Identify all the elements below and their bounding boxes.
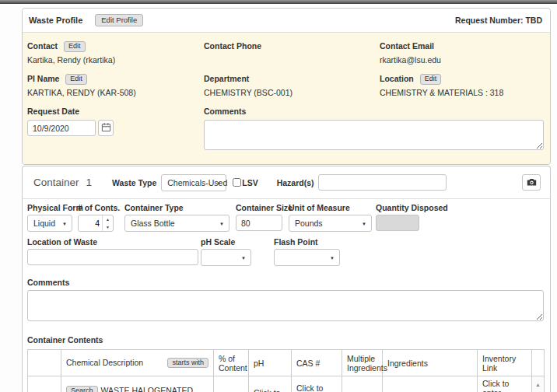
pi-name-label: PI Name Edit (27, 73, 204, 85)
unit-of-measure-select[interactable]: Pounds ▼ (289, 215, 372, 232)
starts-with-button[interactable]: starts with (167, 358, 208, 369)
calendar-icon (101, 122, 111, 135)
ph-scale-select[interactable]: ▼ (201, 249, 251, 266)
request-date-label: Request Date (27, 106, 204, 117)
num-conts-stepper: ▲ ▼ (78, 215, 114, 232)
search-button[interactable]: Search (66, 386, 98, 392)
col-header-ph: pH (249, 350, 292, 376)
cas-cell[interactable]: Click to enter CAS # (292, 376, 342, 392)
contact-phone-field: Contact Phone (204, 40, 380, 66)
contact-phone-value (204, 54, 380, 66)
department-field: Department CHEMISTRY (BSC-001) (204, 73, 380, 99)
stepper-down-icon[interactable]: ▼ (103, 223, 113, 231)
container-type-label: Container Type (124, 203, 229, 212)
container-comments-textarea[interactable] (27, 290, 544, 321)
contact-edit-button[interactable]: Edit (64, 41, 86, 52)
container-number: 1 (86, 177, 93, 188)
flash-point-select[interactable]: ▼ (274, 249, 340, 266)
container-form-row-2: Location of Waste pH Scale ▼ Flash Point… (23, 237, 550, 271)
col-header-scrollbar-spacer (532, 350, 545, 376)
quantity-disposed-input (376, 215, 419, 231)
contact-value: Kartika, Rendy (rkartika) (27, 54, 204, 66)
physical-form-select[interactable]: Liquid ▼ (27, 215, 72, 232)
col-header-ingredients: Ingredients (383, 350, 478, 376)
stepper-up-icon[interactable]: ▲ (103, 215, 113, 223)
chevron-down-icon: ▼ (62, 222, 67, 226)
edit-profile-button[interactable]: Edit Profile (95, 14, 143, 26)
container-type-select[interactable]: Glass Bottle ▼ (124, 215, 229, 232)
container-size-input[interactable] (236, 215, 282, 231)
col-header-inventory-link: Inventory Link (478, 350, 532, 376)
department-value: CHEMISTRY (BSC-001) (204, 86, 380, 99)
container-panel: Container 1 Waste Type Chemicals-Used ▼ … (22, 166, 551, 392)
profile-row-1: Contact Edit Kartika, Rendy (rkartika) C… (23, 40, 550, 66)
container-type-field: Container Type Glass Bottle ▼ (124, 203, 229, 232)
scroll-up-icon[interactable]: ▲ (535, 379, 541, 387)
container-header: Container 1 Waste Type Chemicals-Used ▼ … (23, 166, 550, 199)
physical-form-label: Physical Form (27, 203, 83, 212)
location-of-waste-input[interactable] (27, 249, 198, 265)
waste-profile-panel: Waste Profile Edit Profile Request Numbe… (22, 8, 551, 165)
profile-comments-textarea[interactable] (204, 120, 544, 150)
location-edit-button[interactable]: Edit (420, 74, 442, 85)
waste-type-label: Waste Type (112, 178, 156, 187)
waste-type-select[interactable]: Chemicals-Used ▼ (161, 174, 226, 191)
panel-title: Waste Profile (29, 16, 82, 25)
waste-profile-header: Waste Profile Edit Profile Request Numbe… (23, 9, 550, 33)
chevron-down-icon: ▼ (241, 256, 246, 261)
table-scrollbar[interactable]: ▲ (532, 376, 545, 392)
camera-button[interactable] (522, 174, 541, 191)
contact-email-field: Contact Email rkartika@lsu.edu (380, 40, 541, 66)
page: Waste Profile Edit Profile Request Numbe… (0, 0, 557, 392)
multiple-ingredients-cell[interactable]: No (342, 376, 383, 392)
container-comments-label: Comments (27, 278, 550, 287)
pi-name-value: KARTIKA, RENDY (KAR-508) (27, 86, 204, 99)
hazards-input[interactable] (318, 174, 447, 191)
location-of-waste-label: Location of Waste (27, 237, 198, 247)
row-pointer-cell[interactable]: ☞ (28, 376, 61, 392)
ingredients-cell[interactable] (383, 376, 478, 392)
flash-point-field: Flash Point ▼ (274, 237, 340, 266)
location-of-waste-field: Location of Waste (27, 237, 198, 265)
waste-profile-body: Contact Edit Kartika, Rendy (rkartika) C… (23, 33, 550, 164)
inventory-link-cell[interactable]: Click to enter Inventory Link # (478, 376, 532, 392)
department-label: Department (204, 73, 380, 85)
request-number: Request Number: TBD (455, 16, 542, 25)
percent-of-content-cell[interactable]: 100.00 (214, 376, 249, 392)
ph-scale-field: pH Scale ▼ (201, 237, 251, 266)
col-header-row-selector (28, 350, 61, 376)
lsv-label: LSV (242, 178, 257, 187)
container-comments-field: Comments (23, 271, 550, 324)
request-number-value: TBD (525, 16, 542, 25)
profile-comments-label: Comments (204, 106, 541, 117)
contact-phone-label: Contact Phone (204, 40, 380, 52)
col-header-percent-of-content: % of Content (214, 350, 249, 376)
ph-cell[interactable]: Click to enter pH (249, 376, 292, 392)
unit-of-measure-field: Unit of Measure Pounds ▼ (289, 203, 372, 232)
top-bar (0, 0, 557, 4)
contact-email-value: rkartika@lsu.edu (380, 54, 541, 66)
table-row: ☞ SearchWASTE HALOGENATED SOLVENTS - KAR… (28, 376, 545, 392)
container-title: Container (33, 177, 79, 188)
calendar-button[interactable] (98, 120, 114, 136)
col-header-multiple-ingredients: Multiple Ingredients (342, 350, 383, 376)
pi-name-edit-button[interactable]: Edit (65, 74, 87, 85)
lsv-checkbox[interactable] (233, 178, 241, 187)
num-conts-input[interactable] (79, 215, 102, 231)
request-date-input[interactable] (27, 120, 96, 136)
num-conts-label: # of Conts. (78, 203, 120, 212)
unit-of-measure-label: Unit of Measure (289, 203, 372, 212)
camera-icon (527, 177, 537, 188)
container-contents-title: Container Contents (27, 335, 550, 345)
chevron-down-icon: ▼ (362, 222, 366, 226)
quantity-disposed-label: Quantity Disposed (376, 203, 448, 212)
pi-name-field: PI Name Edit KARTIKA, RENDY (KAR-508) (27, 73, 204, 99)
profile-comments-field: Comments (204, 106, 541, 153)
container-size-field: Container Size (236, 203, 293, 231)
location-field: Location Edit CHEMISTRY & MATERIALS : 31… (380, 73, 541, 99)
quantity-disposed-field: Quantity Disposed (376, 203, 448, 231)
physical-form-field: Physical Form Liquid ▼ (27, 203, 83, 232)
lsv-field: LSV (233, 178, 257, 187)
location-label: Location Edit (380, 73, 541, 85)
chemical-description-cell: SearchWASTE HALOGENATED SOLVENTS - KARTI… (61, 376, 214, 392)
